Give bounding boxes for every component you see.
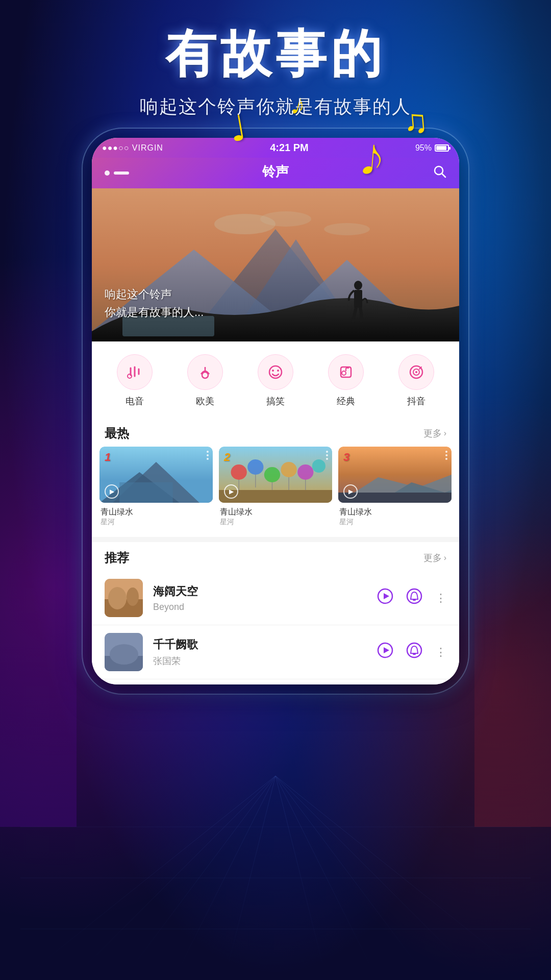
svg-point-19 xyxy=(324,223,370,235)
category-douyin[interactable]: 抖音 xyxy=(398,354,434,407)
rec-actions-1: ⋮ xyxy=(377,588,446,608)
phone-mockup: ♩ ♪ 𝅘𝅥𝅮 ♫ ●●●○○ VIRGIN 4:21 PM 95% xyxy=(92,138,459,684)
rec-play-1[interactable] xyxy=(377,588,393,608)
hot-thumb-3: 3 ▶ xyxy=(338,447,452,503)
hero-image: 响起这个铃声 你就是有故事的人... xyxy=(92,188,459,341)
category-diyin[interactable]: 电音 xyxy=(117,354,153,407)
rec-play-2[interactable] xyxy=(377,642,393,662)
svg-point-63 xyxy=(127,587,139,606)
hot-dots-1 xyxy=(207,451,209,460)
gaoxiao-icon xyxy=(258,354,293,390)
rec-title-1: 海阔天空 xyxy=(153,584,367,599)
hot-name-3: 青山绿水 xyxy=(339,507,450,518)
category-gaoxiao[interactable]: 搞笑 xyxy=(258,354,293,407)
svg-point-31 xyxy=(272,370,274,372)
oumei-icon xyxy=(187,354,223,390)
hero-line1: 响起这个铃声 xyxy=(105,285,204,303)
diyin-icon xyxy=(117,354,153,390)
nav-bar: 铃声 xyxy=(92,158,459,188)
hot-more-btn[interactable]: 更多 › xyxy=(423,427,446,439)
hot-author-1: 星河 xyxy=(101,518,212,527)
hot-author-2: 星河 xyxy=(220,518,331,527)
svg-marker-65 xyxy=(384,593,389,599)
svg-point-47 xyxy=(281,462,296,477)
hot-info-3: 青山绿水 星河 xyxy=(338,503,452,527)
hot-section-header: 最热 更多 › xyxy=(92,418,459,447)
svg-point-28 xyxy=(202,372,208,378)
hot-item-1[interactable]: 1 ▶ 青山绿水 星河 xyxy=(99,447,213,527)
hot-name-1: 青山绿水 xyxy=(101,507,212,518)
hot-rank-3: 3 xyxy=(343,451,349,464)
rec-bell-2[interactable] xyxy=(406,642,422,662)
recommend-more-chevron: › xyxy=(444,553,446,562)
hot-name-2: 青山绿水 xyxy=(220,507,331,518)
recommend-title: 推荐 xyxy=(105,550,129,566)
rec-bell-1[interactable] xyxy=(406,588,422,608)
hot-info-2: 青山绿水 星河 xyxy=(219,503,332,527)
jingdian-label: 经典 xyxy=(337,395,355,407)
rec-more-1[interactable]: ⋮ xyxy=(435,592,446,605)
category-jingdian[interactable]: 经典 xyxy=(328,354,364,407)
status-bar: ●●●○○ VIRGIN 4:21 PM 95% xyxy=(92,138,459,158)
battery-area: 95% xyxy=(415,143,449,153)
rec-artist-2: 张国荣 xyxy=(153,655,367,667)
douyin-icon xyxy=(398,354,434,390)
nav-title: 铃声 xyxy=(262,163,289,181)
hero-line2: 你就是有故事的人... xyxy=(105,303,204,321)
rec-more-2[interactable]: ⋮ xyxy=(435,646,446,659)
svg-point-45 xyxy=(247,459,263,475)
svg-point-24 xyxy=(354,281,362,290)
gaoxiao-label: 搞笑 xyxy=(266,395,285,407)
svg-point-73 xyxy=(407,643,421,657)
diyin-label: 电音 xyxy=(126,395,144,407)
jingdian-icon xyxy=(328,354,364,390)
hot-play-1[interactable]: ▶ xyxy=(105,484,119,499)
category-oumei[interactable]: 欧美 xyxy=(187,354,223,407)
battery-icon xyxy=(435,144,449,152)
svg-marker-72 xyxy=(384,647,389,653)
hot-item-2[interactable]: 2 ▶ 青山绿水 星河 xyxy=(219,447,332,527)
hot-rank-1: 1 xyxy=(105,451,111,464)
hot-grid-container: 1 ▶ 青山绿水 星河 xyxy=(92,447,459,537)
rec-actions-2: ⋮ xyxy=(377,642,446,662)
rec-item-1: 海阔天空 Beyond xyxy=(92,571,459,625)
svg-point-30 xyxy=(269,366,282,378)
svg-point-18 xyxy=(260,211,311,227)
phone-screen: ●●●○○ VIRGIN 4:21 PM 95% 铃声 xyxy=(92,138,459,684)
svg-rect-42 xyxy=(119,482,172,503)
rec-artist-1: Beyond xyxy=(153,602,367,612)
hot-play-2[interactable]: ▶ xyxy=(224,484,238,499)
nav-dots xyxy=(105,170,129,176)
sub-title: 响起这个铃声你就是有故事的人 xyxy=(0,94,551,119)
svg-point-27 xyxy=(128,374,132,378)
nav-dash xyxy=(114,172,129,175)
hot-play-3[interactable]: ▶ xyxy=(343,484,358,499)
hot-item-3[interactable]: 3 ▶ 青山绿水 星河 xyxy=(338,447,452,527)
hot-author-3: 星河 xyxy=(339,518,450,527)
svg-point-66 xyxy=(407,589,421,603)
rec-info-2: 千千阙歌 张国荣 xyxy=(153,637,367,667)
hot-grid: 1 ▶ 青山绿水 星河 xyxy=(99,447,452,527)
svg-point-62 xyxy=(108,587,127,609)
hot-dots-3 xyxy=(445,451,447,460)
section-divider xyxy=(92,537,459,542)
hot-title: 最热 xyxy=(105,425,129,442)
hero-text: 响起这个铃声 你就是有故事的人... xyxy=(105,285,204,321)
rec-item-2: 千千阙歌 张国荣 xyxy=(92,625,459,679)
header-section: 有故事的 响起这个铃声你就是有故事的人 xyxy=(0,20,551,119)
svg-point-38 xyxy=(415,371,417,373)
svg-line-15 xyxy=(442,174,445,177)
nav-dot-1 xyxy=(105,170,110,176)
recommend-section-header: 推荐 更多 › xyxy=(92,542,459,571)
time-text: 4:21 PM xyxy=(270,142,309,154)
search-icon[interactable] xyxy=(433,165,446,181)
grid-decoration xyxy=(20,776,531,980)
hot-info-1: 青山绿水 星河 xyxy=(99,503,213,527)
svg-point-33 xyxy=(342,371,346,375)
hot-dots-2 xyxy=(326,451,328,460)
carrier-text: ●●●○○ VIRGIN xyxy=(102,143,163,153)
svg-point-48 xyxy=(297,464,313,480)
recommend-more-btn[interactable]: 更多 › xyxy=(423,552,446,564)
svg-point-44 xyxy=(231,464,247,480)
svg-point-32 xyxy=(277,370,279,372)
